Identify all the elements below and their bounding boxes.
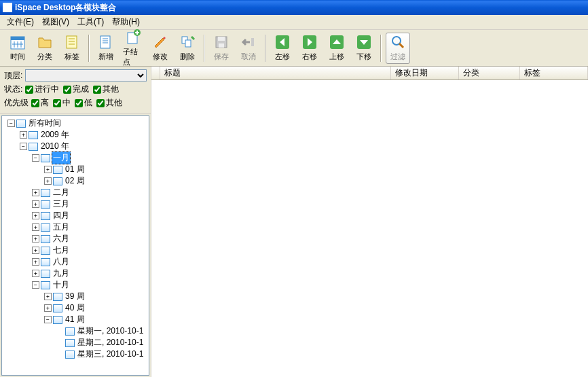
time-button[interactable]: 时间 xyxy=(5,33,30,64)
svg-rect-23 xyxy=(251,38,254,46)
tree-item-apr[interactable]: +四月 xyxy=(3,210,147,221)
category-label: 分类 xyxy=(37,52,52,62)
tree-label[interactable]: 四月 xyxy=(52,210,71,221)
tree-item-mar[interactable]: +三月 xyxy=(3,198,147,210)
tree-item-aug[interactable]: +八月 xyxy=(3,256,147,268)
menu-tool[interactable]: 工具(T) xyxy=(73,15,108,29)
save-button[interactable]: 保存 xyxy=(209,33,234,64)
status-inprogress-checkbox[interactable] xyxy=(25,86,33,94)
expander-icon[interactable]: + xyxy=(44,293,52,300)
svg-rect-10 xyxy=(100,36,110,48)
tree-item-day3[interactable]: 星期三, 2010-10-1 xyxy=(3,348,147,360)
subnode-icon xyxy=(125,29,141,46)
tree-label[interactable]: 九月 xyxy=(52,268,71,279)
tree-label[interactable]: 39 周 xyxy=(64,291,86,302)
tree-item-may[interactable]: +五月 xyxy=(3,221,147,233)
tree-label[interactable]: 01 周 xyxy=(64,164,86,175)
expander-icon[interactable]: − xyxy=(20,143,27,150)
tree-item-y2010[interactable]: −2010 年 xyxy=(3,141,147,152)
new-button[interactable]: 新增 xyxy=(94,33,118,64)
tree-view[interactable]: −所有时间+2009 年−2010 年−一月+01 周+02 周+二月+三月+四… xyxy=(1,115,149,376)
tree-label[interactable]: 所有时间 xyxy=(27,118,62,129)
expander-icon[interactable]: + xyxy=(32,189,39,196)
tree-label[interactable]: 三月 xyxy=(52,198,71,210)
menu-file[interactable]: 文件(E) xyxy=(3,15,38,29)
status-other-checkbox[interactable] xyxy=(93,86,101,94)
tree-label[interactable]: 七月 xyxy=(52,245,71,256)
movedown-button[interactable]: 下移 xyxy=(352,33,376,64)
tree-label[interactable]: 2010 年 xyxy=(39,141,71,152)
delete-button[interactable]: 删除 xyxy=(175,33,200,64)
list-header-modified[interactable]: 修改日期 xyxy=(391,67,459,79)
calendar-node-icon xyxy=(41,281,50,289)
moveup-button[interactable]: 上移 xyxy=(325,33,349,64)
priority-mid-checkbox[interactable] xyxy=(53,99,61,107)
expander-icon[interactable]: + xyxy=(32,223,39,231)
menu-view[interactable]: 视图(V) xyxy=(38,15,73,29)
menu-help[interactable]: 帮助(H) xyxy=(108,15,144,29)
tree-item-root[interactable]: −所有时间 xyxy=(3,118,147,129)
priority-low-checkbox[interactable] xyxy=(75,99,83,107)
expander-icon[interactable]: + xyxy=(20,131,27,139)
tree-label[interactable]: 02 周 xyxy=(64,175,86,187)
subnode-button[interactable]: 子结点 xyxy=(121,33,145,64)
tree-label[interactable]: 六月 xyxy=(52,233,71,245)
titlebar: iSpace Desktop各模块整合 xyxy=(0,0,588,15)
tree-item-jan[interactable]: −一月 xyxy=(3,152,147,164)
expander-icon[interactable]: + xyxy=(32,258,39,266)
list-header-tag[interactable]: 标签 xyxy=(520,67,588,79)
tree-item-w41[interactable]: −41 周 xyxy=(3,314,147,325)
tree-label[interactable]: 十月 xyxy=(52,279,71,291)
tree-item-oct[interactable]: −十月 xyxy=(3,279,147,291)
tree-label[interactable]: 2009 年 xyxy=(39,129,71,141)
expander-icon[interactable]: + xyxy=(32,247,39,254)
status-done-checkbox[interactable] xyxy=(63,86,71,94)
expander-icon[interactable]: − xyxy=(32,154,39,162)
tree-label[interactable]: 41 周 xyxy=(64,314,86,325)
expander-icon[interactable]: + xyxy=(32,200,39,208)
tree-item-day1[interactable]: 星期一, 2010-10-1 xyxy=(3,325,147,337)
priority-high-checkbox[interactable] xyxy=(31,99,39,107)
list-header-spacer[interactable] xyxy=(151,67,160,79)
list-header-title[interactable]: 标题 xyxy=(160,67,391,79)
tree-item-day2[interactable]: 星期二, 2010-10-1 xyxy=(3,337,147,348)
tree-label[interactable]: 星期二, 2010-10-1 xyxy=(76,337,145,348)
tree-label[interactable]: 八月 xyxy=(52,256,71,268)
tree-label[interactable]: 40 周 xyxy=(64,302,86,314)
tree-item-jun[interactable]: +六月 xyxy=(3,233,147,245)
expander-icon[interactable]: + xyxy=(32,212,39,219)
expander-icon[interactable]: − xyxy=(32,281,39,289)
cancel-button[interactable]: 取消 xyxy=(236,33,261,64)
tree-label[interactable]: 二月 xyxy=(52,187,71,198)
expander-icon[interactable]: + xyxy=(32,270,39,277)
status-label: 状态: xyxy=(4,84,22,95)
expander-icon[interactable]: + xyxy=(32,235,39,243)
tree-item-w39[interactable]: +39 周 xyxy=(3,291,147,302)
tree-item-w40[interactable]: +40 周 xyxy=(3,302,147,314)
priority-other-checkbox[interactable] xyxy=(96,99,105,107)
category-button[interactable]: 分类 xyxy=(33,33,57,64)
expander-icon[interactable]: − xyxy=(7,120,15,127)
tree-item-w02[interactable]: +02 周 xyxy=(3,175,147,187)
moveleft-button[interactable]: 左移 xyxy=(270,33,295,64)
tree-item-feb[interactable]: +二月 xyxy=(3,187,147,198)
tree-label[interactable]: 星期一, 2010-10-1 xyxy=(76,325,145,337)
filter-button[interactable]: 过滤 xyxy=(386,33,410,64)
calendar-node-icon xyxy=(29,143,38,151)
expander-icon[interactable]: + xyxy=(44,304,52,312)
tree-item-y2009[interactable]: +2009 年 xyxy=(3,129,147,141)
expander-icon[interactable]: − xyxy=(44,316,52,323)
moveright-button[interactable]: 右移 xyxy=(297,33,322,64)
tree-label[interactable]: 一月 xyxy=(52,151,71,164)
expander-icon[interactable]: + xyxy=(44,177,52,185)
expander-icon[interactable]: + xyxy=(44,166,52,173)
modify-button[interactable]: 修改 xyxy=(148,33,172,64)
tree-item-jul[interactable]: +七月 xyxy=(3,245,147,256)
tag-button[interactable]: 标签 xyxy=(60,33,84,64)
tree-item-w01[interactable]: +01 周 xyxy=(3,164,147,175)
level-select[interactable] xyxy=(25,69,147,82)
tree-label[interactable]: 五月 xyxy=(52,221,71,233)
tree-item-sep[interactable]: +九月 xyxy=(3,268,147,279)
list-header-category[interactable]: 分类 xyxy=(459,67,520,79)
tree-label[interactable]: 星期三, 2010-10-1 xyxy=(76,348,145,360)
